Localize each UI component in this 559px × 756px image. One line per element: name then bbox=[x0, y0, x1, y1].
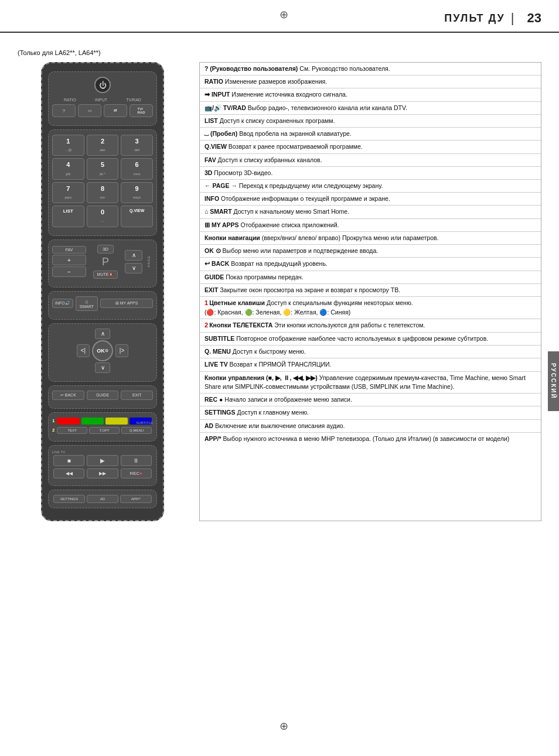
number-grid: 1…@ 2abc 3def 4ghi 5jkl * 6mno 7pqrs 8tu… bbox=[52, 135, 153, 227]
btn-1[interactable]: 1…@ bbox=[52, 135, 84, 156]
vol-down-button[interactable]: − bbox=[52, 266, 86, 277]
desc-key: OK ⊙ bbox=[204, 247, 221, 254]
ch-down-button[interactable]: ∨ bbox=[125, 263, 142, 273]
fav-button[interactable]: FAV bbox=[52, 246, 86, 254]
btn-8[interactable]: 8tuv bbox=[87, 182, 119, 203]
russian-tab: РУССКИЙ bbox=[548, 351, 559, 411]
smart-row: INFO🔊 ⌂ SMART ⊞ MY APPS bbox=[52, 296, 153, 311]
btn-3[interactable]: 3def bbox=[121, 135, 153, 156]
input-button[interactable]: ⇄ bbox=[104, 104, 127, 117]
power-button[interactable]: ⏻ bbox=[94, 77, 111, 93]
desc-teletext: 2Кнопки ТЕЛЕТЕКСТА Эти кнопки используют… bbox=[200, 319, 541, 333]
ok-button[interactable]: OK⊙ bbox=[92, 340, 113, 361]
desc-key: SETTINGS bbox=[204, 409, 236, 416]
desc-key: Кнопки управления (■, ▶, ⏸, ◀◀, ▶▶) bbox=[204, 374, 318, 381]
btn-6[interactable]: 6mno bbox=[121, 158, 153, 179]
play-button[interactable]: ▶ bbox=[87, 455, 118, 466]
question-button[interactable]: ? bbox=[52, 104, 76, 117]
number-section: 1…@ 2abc 3def 4ghi 5jkl * 6mno 7pqrs 8tu… bbox=[48, 129, 157, 236]
guide-button[interactable]: GUIDE bbox=[87, 391, 119, 400]
exit-button[interactable]: EXIT bbox=[121, 391, 153, 400]
desc-key: Кнопки навигации bbox=[204, 234, 260, 241]
settings-button[interactable]: SETTINGS bbox=[53, 495, 85, 503]
p-label: P bbox=[102, 255, 109, 269]
desc-key: SUBTITLE bbox=[204, 335, 234, 342]
smart-section: INFO🔊 ⌂ SMART ⊞ MY APPS bbox=[48, 291, 157, 320]
desc-rec: REC ● Начало записи и отображение меню з… bbox=[200, 394, 541, 406]
vol-ch-row: FAV + − 3D P MUTE🔇 ∧ ∨ P bbox=[52, 245, 153, 279]
text-button[interactable]: TEXT bbox=[57, 427, 87, 434]
info-button[interactable]: INFO🔊 bbox=[52, 299, 73, 308]
ad-button[interactable]: AD bbox=[87, 495, 118, 503]
desc-key: INFO bbox=[204, 195, 219, 202]
nav-pad: ∧ <| OK⊙ |> ∨ bbox=[52, 329, 153, 373]
red-button[interactable] bbox=[57, 418, 79, 425]
mute-button[interactable]: MUTE🔇 bbox=[93, 271, 118, 279]
qmenu-button[interactable]: Q.MENU bbox=[121, 427, 152, 434]
btn-qview[interactable]: Q.VIEW bbox=[121, 206, 153, 227]
desc-fav: FAV Доступ к списку избранных каналов. bbox=[200, 154, 541, 167]
desc-key: GUIDE bbox=[204, 273, 224, 280]
teletext-row: TEXT T.OPT Q.MENU SUBTITLE bbox=[56, 427, 153, 434]
appslash-button[interactable]: APP/* bbox=[120, 495, 152, 503]
rew-button[interactable]: ◀◀ bbox=[53, 468, 84, 478]
vol-up-button[interactable]: + bbox=[52, 255, 86, 265]
green-button[interactable] bbox=[81, 418, 104, 425]
btn-4[interactable]: 4ghi bbox=[52, 158, 84, 179]
desc-key: EXIT bbox=[204, 286, 218, 293]
nav-up-button[interactable]: ∧ bbox=[95, 329, 110, 339]
pause-button[interactable]: ⏸ bbox=[121, 455, 152, 466]
desc-3d: 3D Просмотр 3D-видео. bbox=[200, 167, 541, 180]
desc-livetv: LIVE TV Возврат к ПРЯМОЙ ТРАНСЛЯЦИИ. bbox=[200, 358, 541, 371]
bge-section: ↩ BACK GUIDE EXIT bbox=[48, 385, 157, 409]
topt-button[interactable]: T.OPT bbox=[89, 427, 120, 434]
btn-5[interactable]: 5jkl * bbox=[87, 158, 119, 179]
page-title: ПУЛЬТ ДУ bbox=[444, 12, 505, 25]
ff-button[interactable]: ▶▶ bbox=[87, 468, 118, 478]
desc-key: AD bbox=[204, 422, 213, 429]
desc-key: 3D bbox=[204, 169, 212, 176]
desc-nav: Кнопки навигации (вверх/вниз/ влево/ впр… bbox=[200, 232, 541, 245]
remote-top-section: ⏻ RATIO INPUT TV/RAD ? ▭ ⇄ TV/RAD bbox=[48, 71, 157, 126]
yellow-button[interactable] bbox=[105, 418, 128, 425]
remote-container: ⏻ RATIO INPUT TV/RAD ? ▭ ⇄ TV/RAD bbox=[18, 62, 188, 521]
btn-7[interactable]: 7pqrs bbox=[52, 182, 84, 203]
btn-0[interactable]: 0⎵ bbox=[87, 206, 119, 227]
3d-button[interactable]: 3D bbox=[97, 245, 114, 254]
myapps-button[interactable]: ⊞ MY APPS bbox=[100, 299, 153, 308]
description-panel: ? (Руководство пользователя) См. Руковод… bbox=[199, 62, 541, 521]
bge-row: ↩ BACK GUIDE EXIT bbox=[52, 391, 153, 400]
color-section: 1 2 TEXT T.OPT Q.MENU SUBTITLE bbox=[48, 412, 157, 442]
page-side-label: PAGE bbox=[145, 255, 153, 267]
desc-exit: EXIT Закрытие окон просмотра на экране и… bbox=[200, 284, 541, 297]
settings-section: SETTINGS AD APP/* bbox=[48, 490, 157, 508]
nav-down-button[interactable]: ∨ bbox=[95, 362, 110, 373]
top-row: ⏻ bbox=[52, 77, 153, 93]
desc-info: INFO Отображение информации о текущей пр… bbox=[200, 193, 541, 206]
desc-key: Q.VIEW bbox=[204, 143, 227, 150]
desc-key: ↩ BACK bbox=[204, 260, 229, 267]
ratio-label: RATIO bbox=[64, 98, 76, 102]
smart-button[interactable]: ⌂ SMART bbox=[76, 296, 98, 311]
desc-key: ? (Руководство пользователя) bbox=[204, 65, 298, 72]
input-label: INPUT bbox=[95, 98, 107, 102]
nav-right-button[interactable]: |> bbox=[115, 344, 128, 357]
vol-ch-section: FAV + − 3D P MUTE🔇 ∧ ∨ P bbox=[48, 240, 157, 288]
main-content: ⏻ RATIO INPUT TV/RAD ? ▭ ⇄ TV/RAD bbox=[0, 62, 559, 521]
desc-tvrad: 📺/🔊 TV/RAD Выбор радио-, телевизионного … bbox=[200, 102, 541, 115]
ratio-button[interactable]: ▭ bbox=[78, 104, 101, 117]
nav-left-button[interactable]: <| bbox=[77, 344, 90, 357]
btn-2[interactable]: 2abc bbox=[87, 135, 119, 156]
page-subtitle: (Только для LA62**, LA64**) bbox=[0, 45, 559, 62]
playback-row1: ■ ▶ ⏸ bbox=[52, 455, 153, 466]
desc-list: LIST Доступ к списку сохраненных програм… bbox=[200, 115, 541, 128]
back-button[interactable]: ↩ BACK bbox=[52, 391, 84, 400]
ch-up-button[interactable]: ∧ bbox=[125, 250, 142, 261]
stop-button[interactable]: ■ bbox=[53, 455, 84, 466]
btn-list[interactable]: LIST bbox=[52, 206, 84, 227]
btn-9[interactable]: 9wxyz bbox=[121, 182, 153, 203]
tvrad-button[interactable]: TV/RAD bbox=[129, 104, 153, 117]
rec-button[interactable]: REC● bbox=[121, 468, 152, 478]
desc-guide: GUIDE Показ программы передач. bbox=[200, 271, 541, 284]
badge-2: 2 bbox=[52, 427, 54, 433]
